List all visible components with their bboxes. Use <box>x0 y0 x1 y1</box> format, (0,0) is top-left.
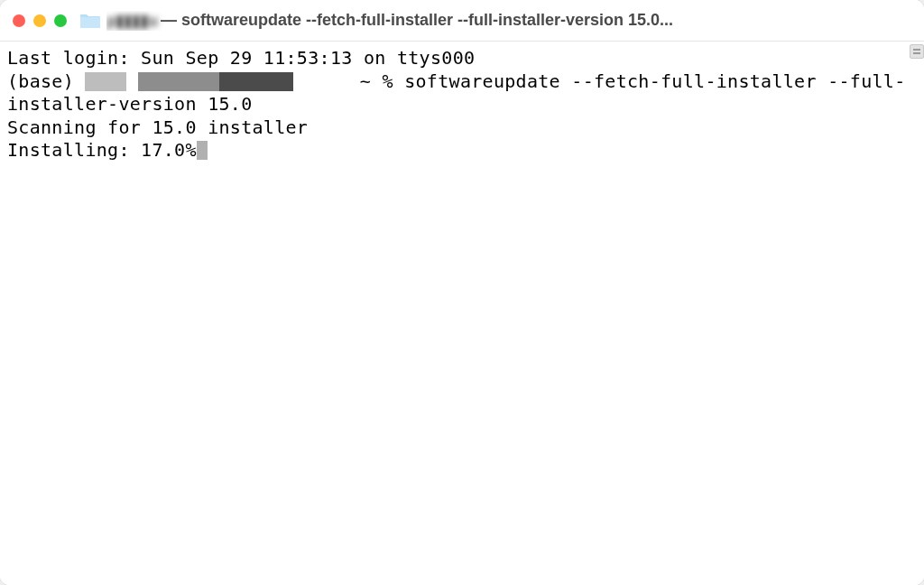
terminal-body[interactable]: Last login: Sun Sep 29 11:53:13 on ttys0… <box>0 42 924 585</box>
command-text-part1: softwareupdate --fetch-full-installer --… <box>404 70 905 92</box>
folder-icon <box>79 13 101 29</box>
redacted-segment <box>138 72 219 91</box>
installing-line: Installing: 17.0% <box>7 139 917 162</box>
minimize-button[interactable] <box>33 14 46 27</box>
title-redacted-segment: p▮▮▮▮u <box>106 11 157 31</box>
command-continuation-line: installer-version 15.0 <box>7 93 917 116</box>
window-titlebar: p▮▮▮▮u — softwareupdate --fetch-full-ins… <box>0 0 924 42</box>
redacted-segment <box>85 72 126 91</box>
installing-text: Installing: 17.0% <box>7 139 197 161</box>
prompt-prefix: (base) <box>7 70 85 92</box>
maximize-button[interactable] <box>54 14 67 27</box>
scroll-indicator-icon[interactable] <box>910 44 924 59</box>
last-login-line: Last login: Sun Sep 29 11:53:13 on ttys0… <box>7 47 917 70</box>
close-button[interactable] <box>13 14 25 27</box>
prompt-line: (base) ~ % softwareupdate --fetch-full-i… <box>7 70 917 94</box>
scanning-line: Scanning for 15.0 installer <box>7 116 917 140</box>
prompt-tilde: ~ % <box>348 70 404 92</box>
window-title: p▮▮▮▮u — softwareupdate --fetch-full-ins… <box>106 11 911 31</box>
terminal-window: p▮▮▮▮u — softwareupdate --fetch-full-ins… <box>0 0 924 585</box>
title-main-segment: — softwareupdate --fetch-full-installer … <box>161 11 673 30</box>
redacted-segment <box>219 72 293 91</box>
cursor <box>197 141 208 160</box>
traffic-lights <box>13 14 67 27</box>
